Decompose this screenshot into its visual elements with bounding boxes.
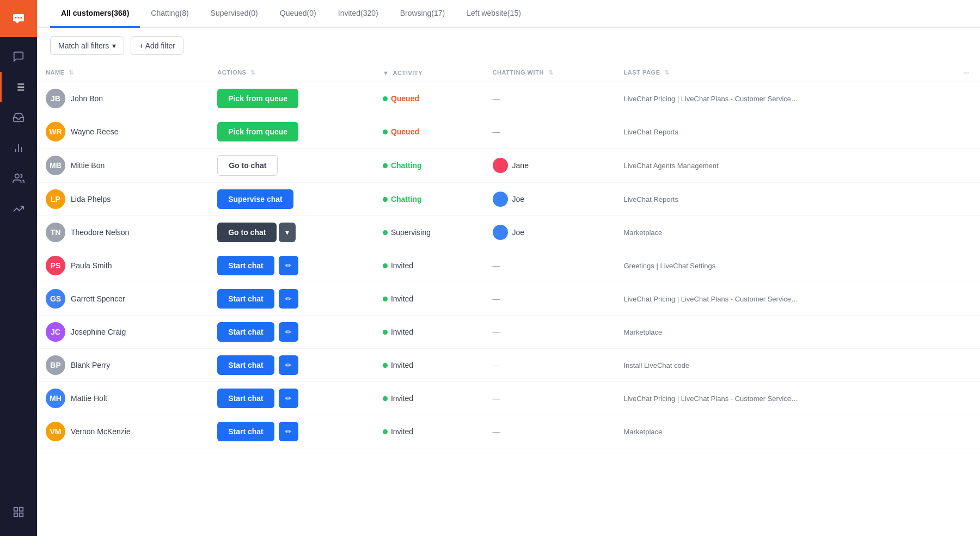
status-dot [383, 130, 388, 134]
no-agent: — [493, 394, 500, 403]
sidebar [0, 0, 37, 536]
row-more-cell [937, 349, 980, 382]
customers-table: NAME ⇅ ACTIONS ⇅ ▼ ACTIVITY CHATTING WIT… [37, 64, 980, 448]
customer-name: Lida Phelps [71, 195, 111, 204]
logo[interactable] [0, 0, 37, 37]
col-activity[interactable]: ▼ ACTIVITY [374, 64, 484, 82]
last-page-cell: LiveChat Pricing | LiveChat Plans - Cust… [615, 382, 937, 415]
status-badge: Invited [383, 261, 475, 270]
chat-bubble-icon [13, 51, 24, 63]
sidebar-item-inbox[interactable] [0, 102, 37, 133]
table-row: JC Josephine Craig Start chat ✏ Invited … [37, 316, 980, 349]
col-chatting-with[interactable]: CHATTING WITH ⇅ [484, 64, 615, 82]
avatar: GS [46, 289, 65, 309]
tab-invited[interactable]: Invited(320) [327, 0, 389, 28]
more-action-button[interactable]: ▾ [279, 223, 296, 242]
row-more-cell [937, 183, 980, 216]
supervise-chat-button[interactable]: Supervise chat [217, 189, 293, 209]
col-more[interactable]: ··· [937, 64, 980, 82]
customer-name: Vernon McKenzie [71, 427, 131, 436]
status-badge: Invited [383, 294, 475, 303]
chevron-down-icon: ▾ [112, 41, 116, 50]
agent-info: Joe [493, 225, 607, 240]
last-page-url: LiveChat Agents Management [623, 162, 718, 170]
no-agent: — [493, 94, 500, 103]
name-cell: BP Blank Perry [37, 349, 209, 382]
sidebar-item-customers[interactable] [0, 72, 37, 102]
chatting-with-cell: — [484, 115, 615, 149]
no-agent: — [493, 261, 500, 270]
last-page-cell: Marketplace [615, 316, 937, 349]
customer-name: John Bon [71, 94, 103, 103]
start-chat-button[interactable]: Start chat [217, 422, 274, 441]
svg-rect-16 [20, 508, 23, 511]
tab-left-website-count: 15 [510, 9, 519, 17]
agent-avatar [493, 192, 508, 207]
status-badge: Invited [383, 361, 475, 369]
status-badge: Chatting [383, 195, 475, 204]
last-page-url: Marketplace [623, 328, 662, 336]
tab-queued[interactable]: Queued(0) [269, 0, 327, 28]
tab-browsing-count: 17 [434, 9, 443, 17]
add-filter-button[interactable]: + Add filter [131, 36, 183, 55]
last-page-url: Marketplace [623, 229, 662, 237]
actions-cell: Start chat ✏ [209, 316, 374, 349]
edit-button[interactable]: ✏ [279, 322, 298, 342]
activity-cell: Supervising [374, 216, 484, 249]
pick-from-queue-button[interactable]: Pick from queue [217, 89, 298, 108]
col-name[interactable]: NAME ⇅ [37, 64, 209, 82]
edit-button[interactable]: ✏ [279, 422, 298, 441]
match-filter-label: Match all filters [58, 41, 109, 50]
agent-info: Jane [493, 158, 607, 173]
tab-left-website-label: Left website [467, 9, 507, 17]
edit-button[interactable]: ✏ [279, 256, 298, 275]
edit-button[interactable]: ✏ [279, 389, 298, 408]
no-agent: — [493, 427, 500, 436]
edit-button[interactable]: ✏ [279, 355, 298, 375]
agent-info: Joe [493, 192, 607, 207]
chatting-with-cell: — [484, 282, 615, 316]
col-last-page[interactable]: LAST PAGE ⇅ [615, 64, 937, 82]
avatar: BP [46, 355, 65, 375]
name-cell: TN Theodore Nelson [37, 216, 209, 249]
sort-icon-chatting: ⇅ [548, 69, 554, 76]
last-page-cell: Install LiveChat code [615, 349, 937, 382]
status-label: Invited [391, 294, 413, 303]
start-chat-button[interactable]: Start chat [217, 322, 274, 342]
row-more-cell [937, 249, 980, 282]
start-chat-button[interactable]: Start chat [217, 355, 274, 375]
tab-supervised[interactable]: Supervised(0) [200, 0, 269, 28]
sidebar-item-apps[interactable] [13, 497, 24, 527]
start-chat-button[interactable]: Start chat [217, 289, 274, 309]
go-to-chat-button[interactable]: Go to chat [217, 223, 277, 242]
tab-all-customers[interactable]: All customers(368) [50, 0, 140, 28]
name-cell: MB Mittie Bon [37, 149, 209, 183]
row-more-cell [937, 115, 980, 149]
activity-cell: Invited [374, 316, 484, 349]
last-page-url: LiveChat Reports [623, 195, 678, 204]
start-chat-button[interactable]: Start chat [217, 256, 274, 275]
tab-left-website[interactable]: Left website(15) [456, 0, 532, 28]
avatar: TN [46, 223, 65, 242]
sidebar-item-chat[interactable] [0, 41, 37, 72]
col-actions[interactable]: ACTIONS ⇅ [209, 64, 374, 82]
chatting-with-cell: — [484, 249, 615, 282]
start-chat-button[interactable]: Start chat [217, 389, 274, 408]
edit-button[interactable]: ✏ [279, 289, 298, 309]
sidebar-item-reports[interactable] [0, 133, 37, 163]
pick-from-queue-button[interactable]: Pick from queue [217, 122, 298, 141]
svg-point-14 [15, 174, 19, 178]
sidebar-item-team[interactable] [0, 163, 37, 194]
activity-cell: Chatting [374, 183, 484, 216]
tab-browsing[interactable]: Browsing(17) [389, 0, 456, 28]
last-page-url: LiveChat Pricing | LiveChat Plans - Cust… [623, 295, 798, 303]
tab-chatting[interactable]: Chatting(8) [140, 0, 199, 28]
sidebar-item-analytics[interactable] [0, 194, 37, 224]
go-to-chat-button[interactable]: Go to chat [217, 155, 278, 176]
match-filter-button[interactable]: Match all filters ▾ [50, 36, 124, 55]
svg-point-2 [15, 17, 17, 19]
customer-name: Mittie Bon [71, 161, 105, 170]
add-filter-label: + Add filter [139, 41, 175, 50]
name-cell: JB John Bon [37, 82, 209, 115]
tab-chatting-count: 8 [182, 9, 186, 17]
